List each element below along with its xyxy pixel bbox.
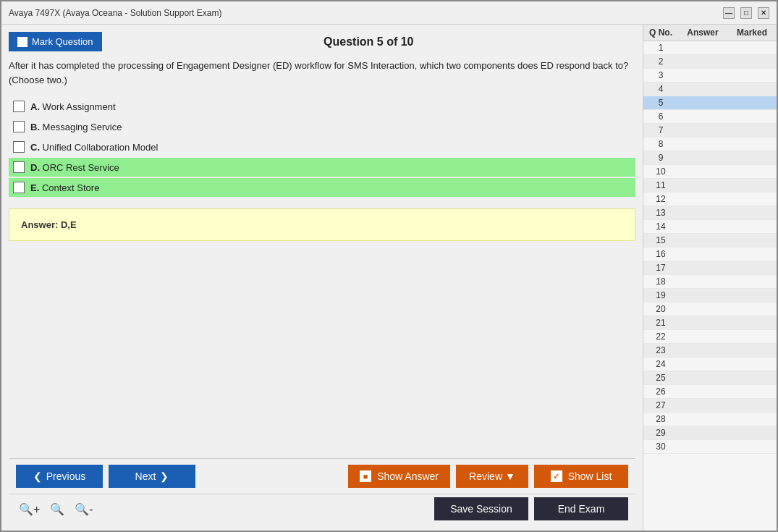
sidebar-row[interactable]: 20 — [643, 303, 777, 316]
show-list-button[interactable]: ✓ Show List — [534, 465, 628, 488]
sidebar-row-num: 14 — [646, 221, 675, 232]
sidebar-row[interactable]: 1 — [643, 41, 777, 55]
option-row-e[interactable]: E. Context Store — [9, 178, 635, 197]
answer-box: Answer: D,E — [9, 208, 635, 241]
save-session-button[interactable]: Save Session — [434, 497, 528, 520]
sidebar-row[interactable]: 22 — [643, 330, 777, 344]
sidebar-row[interactable]: 16 — [643, 248, 777, 261]
sidebar-row[interactable]: 19 — [643, 289, 777, 303]
option-checkbox-b[interactable] — [13, 121, 25, 132]
window-title: Avaya 7497X (Avaya Oceana - Solution Sup… — [9, 8, 221, 18]
content-area: ✓ Mark Question Question 5 of 10 After i… — [1, 25, 777, 531]
mark-question-label: Mark Question — [32, 36, 93, 47]
show-answer-button[interactable]: ■ Show Answer — [348, 465, 450, 488]
review-dropdown-icon: ▼ — [505, 470, 515, 482]
sidebar-row-num: 20 — [646, 304, 675, 314]
sidebar-row[interactable]: 4 — [643, 83, 777, 96]
zoom-controls: 🔍+ 🔍 🔍- — [16, 501, 434, 518]
next-button[interactable]: Next ❯ — [109, 465, 195, 488]
sidebar-row[interactable]: 21 — [643, 316, 777, 330]
sidebar-row-num: 27 — [646, 400, 675, 410]
main-window: Avaya 7497X (Avaya Oceana - Solution Sup… — [0, 0, 778, 532]
sidebar-row-num: 4 — [646, 84, 675, 94]
previous-arrow-icon: ❮ — [33, 470, 42, 482]
sidebar-row[interactable]: 30 — [643, 440, 777, 454]
sidebar-row[interactable]: 15 — [643, 234, 777, 248]
sidebar-row[interactable]: 27 — [643, 399, 777, 413]
option-checkbox-c[interactable] — [13, 141, 25, 153]
sidebar-row[interactable]: 11 — [643, 179, 777, 193]
sidebar-row[interactable]: 5 — [643, 96, 777, 110]
sidebar-row[interactable]: 9 — [643, 151, 777, 165]
next-arrow-icon: ❯ — [160, 470, 169, 482]
sidebar-row-num: 1 — [646, 43, 675, 53]
bottom-section: ❮ Previous Next ❯ ■ Show Answer Review — [9, 458, 635, 523]
sidebar-row-num: 8 — [646, 139, 675, 149]
sidebar-question-list[interactable]: 1234567891011121314151617181920212223242… — [643, 41, 777, 531]
minimize-button[interactable]: — — [723, 7, 735, 19]
option-row-d[interactable]: D. ORC Rest Service — [9, 158, 635, 177]
maximize-button[interactable]: □ — [740, 7, 752, 19]
session-controls: Save Session End Exam — [434, 497, 628, 520]
option-checkbox-e[interactable] — [13, 182, 25, 193]
sidebar-row[interactable]: 25 — [643, 371, 777, 385]
sidebar-row-num: 26 — [646, 387, 675, 397]
sidebar: Q No. Answer Marked 12345678910111213141… — [643, 25, 777, 531]
zoom-in-button[interactable]: 🔍+ — [16, 501, 43, 518]
sidebar-row-num: 29 — [646, 428, 675, 438]
sidebar-row-num: 23 — [646, 345, 675, 355]
next-label: Next — [135, 470, 156, 482]
sidebar-row[interactable]: 13 — [643, 206, 777, 220]
review-button[interactable]: Review ▼ — [456, 465, 528, 488]
title-bar: Avaya 7497X (Avaya Oceana - Solution Sup… — [1, 1, 777, 25]
sidebar-row-num: 21 — [646, 318, 675, 328]
previous-button[interactable]: ❮ Previous — [16, 465, 103, 488]
options-list: A. Work Assignment B. Messaging Service … — [9, 97, 635, 197]
sidebar-row-num: 5 — [646, 98, 675, 108]
option-checkbox-d[interactable] — [13, 161, 25, 173]
window-controls: — □ ✕ — [723, 7, 769, 19]
show-list-checkbox-icon: ✓ — [551, 470, 562, 482]
sidebar-row[interactable]: 6 — [643, 110, 777, 124]
sidebar-row-num: 3 — [646, 70, 675, 80]
end-exam-button[interactable]: End Exam — [534, 497, 628, 520]
close-button[interactable]: ✕ — [758, 7, 769, 19]
sidebar-row-num: 13 — [646, 208, 675, 218]
sidebar-row-num: 10 — [646, 166, 675, 177]
mark-checkbox-icon: ✓ — [17, 37, 28, 47]
option-label-d: D. ORC Rest Service — [30, 162, 119, 173]
sidebar-row-num: 12 — [646, 194, 675, 204]
sidebar-row[interactable]: 18 — [643, 275, 777, 289]
option-row-b[interactable]: B. Messaging Service — [9, 117, 635, 136]
question-text: After it has completed the processing of… — [9, 59, 635, 87]
sidebar-row[interactable]: 23 — [643, 344, 777, 358]
sidebar-row[interactable]: 24 — [643, 358, 777, 371]
sidebar-row[interactable]: 8 — [643, 138, 777, 151]
sidebar-row[interactable]: 3 — [643, 69, 777, 83]
sidebar-row-num: 17 — [646, 263, 675, 273]
option-label-e: E. Context Store — [30, 182, 99, 193]
mark-question-button[interactable]: ✓ Mark Question — [9, 32, 102, 51]
sidebar-row-num: 19 — [646, 290, 675, 300]
zoom-reset-button[interactable]: 🔍 — [47, 501, 67, 518]
option-row-a[interactable]: A. Work Assignment — [9, 97, 635, 116]
sidebar-row[interactable]: 12 — [643, 193, 777, 206]
sidebar-row-num: 24 — [646, 359, 675, 369]
sidebar-row-num: 6 — [646, 111, 675, 122]
option-row-c[interactable]: C. Unified Collaboration Model — [9, 138, 635, 156]
sidebar-marked-header: Marked — [730, 28, 774, 38]
sidebar-row-num: 11 — [646, 180, 675, 190]
sidebar-row[interactable]: 10 — [643, 165, 777, 179]
sidebar-row[interactable]: 26 — [643, 385, 777, 399]
bottom-bar: ❮ Previous Next ❯ ■ Show Answer Review — [9, 458, 635, 494]
option-checkbox-a[interactable] — [13, 101, 25, 112]
sidebar-row[interactable]: 7 — [643, 124, 777, 138]
sidebar-row[interactable]: 14 — [643, 220, 777, 234]
sidebar-row[interactable]: 28 — [643, 413, 777, 426]
sidebar-row[interactable]: 17 — [643, 261, 777, 275]
previous-label: Previous — [46, 470, 85, 482]
sidebar-row[interactable]: 2 — [643, 55, 777, 69]
zoom-out-button[interactable]: 🔍- — [72, 501, 96, 518]
sidebar-row-num: 15 — [646, 235, 675, 245]
sidebar-row[interactable]: 29 — [643, 426, 777, 440]
